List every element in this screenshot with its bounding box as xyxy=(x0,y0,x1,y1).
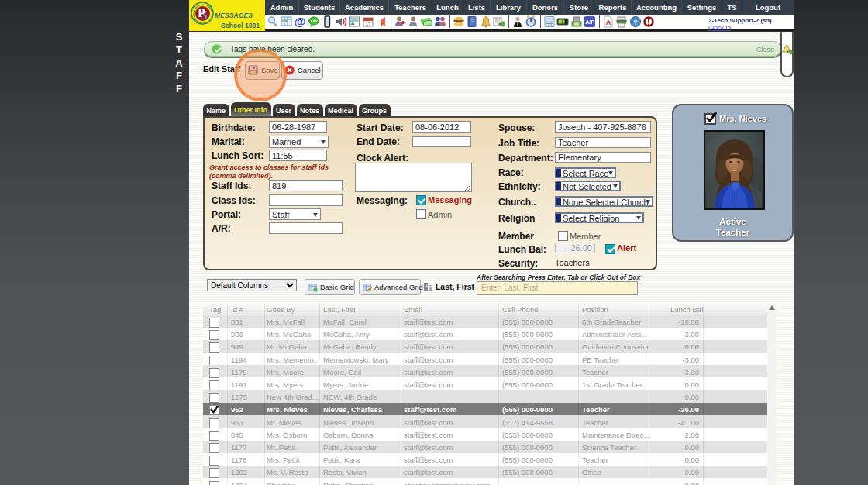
svg-text:17: 17 xyxy=(365,22,370,26)
svg-text:?: ? xyxy=(633,19,638,26)
svg-text:MESSAGES: MESSAGES xyxy=(215,12,253,19)
svg-text:-1: -1 xyxy=(560,19,563,24)
svg-text:School 1001: School 1001 xyxy=(221,22,260,29)
svg-text:P: P xyxy=(198,6,205,19)
svg-text:@: @ xyxy=(294,15,306,28)
svg-text:A/P: A/P xyxy=(585,19,594,25)
svg-text:A: A xyxy=(605,19,611,26)
